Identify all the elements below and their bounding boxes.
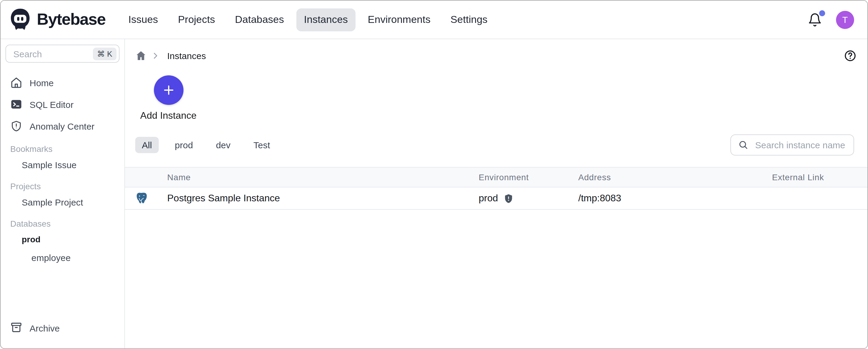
sidebar-item-sample-project[interactable]: Sample Project — [5, 193, 120, 212]
env-tab-all[interactable]: All — [135, 137, 158, 153]
instance-filter-row: All prod dev Test — [125, 134, 867, 155]
sidebar: ⌘ K Home — [1, 39, 125, 348]
add-instance-circle[interactable] — [154, 75, 183, 105]
add-instance-button[interactable]: Add Instance — [134, 75, 202, 121]
env-tab-test[interactable]: Test — [247, 137, 277, 153]
brand-name: Bytebase — [37, 10, 105, 29]
sidebar-item-label: Anomaly Center — [30, 121, 94, 131]
top-navigation-bar: Bytebase Issues Projects Databases Insta… — [1, 1, 867, 39]
cell-instance-name: Postgres Sample Instance — [160, 193, 471, 204]
sidebar-item-anomaly-center[interactable]: Anomaly Center — [5, 115, 120, 137]
sidebar-item-label: Archive — [30, 323, 60, 333]
section-title-bookmarks: Bookmarks — [10, 144, 115, 154]
instance-search-box — [731, 134, 854, 155]
help-button[interactable] — [844, 49, 857, 62]
notifications-button[interactable] — [808, 12, 822, 27]
bytebase-logo[interactable]: Bytebase — [8, 8, 105, 31]
cell-address: /tmp:8083 — [571, 193, 765, 204]
sidebar-item-archive[interactable]: Archive — [5, 316, 120, 340]
nav-item-environments[interactable]: Environments — [360, 8, 438, 31]
env-tab-prod[interactable]: prod — [168, 137, 199, 153]
terminal-icon — [10, 98, 22, 110]
user-avatar[interactable]: T — [836, 10, 854, 29]
column-header-name: Name — [160, 172, 471, 182]
bytebase-window: Bytebase Issues Projects Databases Insta… — [0, 0, 868, 349]
bytebase-mascot-icon — [8, 8, 32, 31]
chevron-right-icon — [151, 51, 160, 60]
breadcrumb-home-icon[interactable] — [135, 50, 147, 61]
shield-protected-icon — [503, 193, 514, 203]
add-instance-label: Add Instance — [140, 110, 197, 121]
section-title-projects: Projects — [10, 181, 115, 191]
notification-dot — [819, 10, 825, 16]
postgresql-icon — [125, 192, 160, 205]
breadcrumb-current-page: Instances — [167, 50, 206, 61]
sidebar-item-home[interactable]: Home — [5, 72, 120, 94]
home-icon — [10, 76, 22, 89]
sidebar-item-sample-issue[interactable]: Sample Issue — [5, 155, 120, 174]
env-tab-dev[interactable]: dev — [209, 137, 237, 153]
cell-environment: prod — [471, 193, 571, 204]
table-header-row: Name Environment Address External Link — [125, 168, 867, 187]
sidebar-search-input[interactable] — [12, 48, 93, 59]
nav-item-databases[interactable]: Databases — [227, 8, 292, 31]
sidebar-item-env-prod[interactable]: prod — [5, 230, 120, 248]
search-icon — [738, 140, 748, 150]
column-header-environment: Environment — [471, 172, 571, 182]
sidebar-item-label: SQL Editor — [30, 99, 74, 109]
sidebar-item-sql-editor[interactable]: SQL Editor — [5, 94, 120, 115]
column-header-external-link: External Link — [765, 172, 867, 182]
table-row-postgres-sample-instance[interactable]: Postgres Sample Instance prod /tmp:8083 — [125, 187, 867, 210]
breadcrumb: Instances — [125, 39, 867, 63]
plus-icon — [161, 83, 175, 97]
environment-name: prod — [479, 193, 498, 204]
instance-search-input[interactable] — [754, 139, 846, 151]
keyboard-shortcut-hint: ⌘ K — [93, 47, 117, 60]
shield-exclamation-icon — [10, 120, 22, 132]
main-content: Instances — [125, 39, 867, 348]
sidebar-item-db-employee[interactable]: employee — [5, 248, 120, 267]
primary-nav: Issues Projects Databases Instances Envi… — [120, 8, 495, 31]
archive-icon — [10, 321, 22, 335]
sidebar-search-box: ⌘ K — [5, 45, 120, 63]
column-header-address: Address — [571, 172, 765, 182]
sidebar-item-label: Home — [30, 77, 54, 88]
section-title-databases: Databases — [10, 219, 115, 229]
nav-item-issues[interactable]: Issues — [120, 8, 166, 31]
app-stage: Bytebase Issues Projects Databases Insta… — [0, 0, 868, 349]
nav-item-settings[interactable]: Settings — [442, 8, 495, 31]
nav-item-instances[interactable]: Instances — [296, 8, 356, 31]
sidebar-nav: Home SQL Editor — [5, 72, 120, 137]
instances-table: Name Environment Address External Link — [125, 167, 867, 210]
nav-item-projects[interactable]: Projects — [170, 8, 223, 31]
